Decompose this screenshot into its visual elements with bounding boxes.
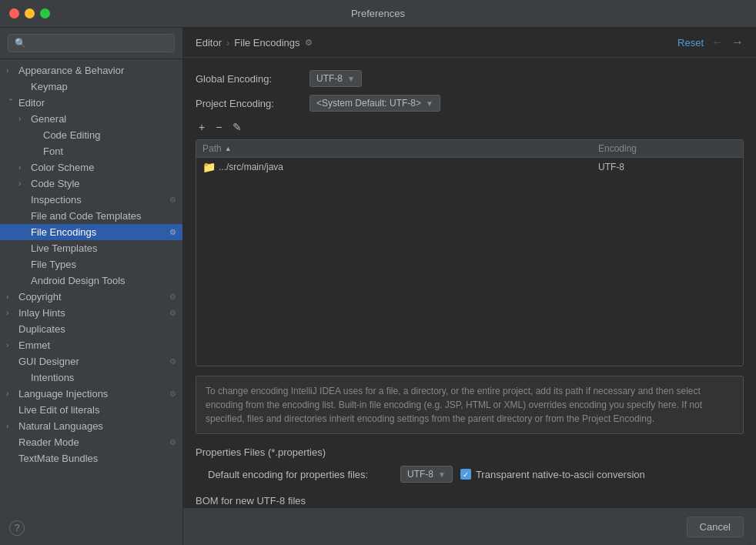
transparent-checkbox[interactable]: ✓ <box>460 469 471 480</box>
dropdown-arrow-icon: ▼ <box>347 75 355 83</box>
path-header-label: Path <box>202 143 222 154</box>
window-title: Preferences <box>351 8 405 19</box>
sidebar-item-textmate-bundles[interactable]: › TextMate Bundles <box>0 450 182 466</box>
path-value: .../src/main/java <box>219 162 283 172</box>
search-input[interactable] <box>8 34 175 52</box>
sidebar-item-android-design-tools[interactable]: › Android Design Tools <box>0 272 182 289</box>
project-encoding-row: Project Encoding: <System Default: UTF-8… <box>196 95 744 112</box>
default-encoding-label: Default encoding for properties files: <box>208 469 393 480</box>
nav-forward-button[interactable]: → <box>731 35 744 49</box>
sidebar-item-label: Duplicates <box>18 323 65 335</box>
project-encoding-label: Project Encoding: <box>196 98 303 109</box>
remove-button[interactable]: − <box>212 119 225 135</box>
sidebar-item-file-encodings[interactable]: › File Encodings ⚙ <box>0 224 182 240</box>
sidebar-item-inspections[interactable]: › Inspections ⚙ <box>0 192 182 208</box>
reset-button[interactable]: Reset <box>677 37 704 48</box>
main-content: › Appearance & Behavior › Keymap › Edito… <box>0 28 756 545</box>
sidebar-item-label: Code Style <box>31 178 80 189</box>
sidebar-item-gui-designer[interactable]: › GUI Designer ⚙ <box>0 353 182 369</box>
sidebar-item-language-injections[interactable]: › Language Injections ⚙ <box>0 386 182 402</box>
info-text: To change encoding IntelliJ IDEA uses fo… <box>206 386 702 424</box>
panel-header: Editor › File Encodings ⚙ Reset ← → <box>183 28 756 58</box>
sidebar-item-label: Code Editing <box>43 129 100 141</box>
transparent-checkbox-row: ✓ Transparent native-to-ascii conversion <box>460 469 645 480</box>
sidebar-item-color-scheme[interactable]: › Color Scheme <box>0 159 182 176</box>
table-header: Path ▲ Encoding <box>196 140 743 158</box>
path-header-cell[interactable]: Path ▲ <box>202 143 598 154</box>
sidebar-item-label: Inspections <box>31 194 82 206</box>
sidebar-item-label: Keymap <box>31 81 68 92</box>
chevron-right-icon: › <box>18 115 28 123</box>
sidebar-item-copyright[interactable]: › Copyright ⚙ <box>0 289 182 305</box>
global-encoding-row: Global Encoding: UTF-8 ▼ <box>196 70 744 87</box>
bom-section-title: BOM for new UTF-8 files <box>196 495 744 507</box>
sidebar-item-intentions[interactable]: › Intentions <box>0 369 182 386</box>
table-toolbar: + − ✎ <box>196 119 744 135</box>
search-box[interactable] <box>0 28 182 59</box>
sidebar-item-general[interactable]: › General <box>0 111 182 127</box>
sidebar-item-label: Live Edit of literals <box>18 404 100 416</box>
edit-button[interactable]: ✎ <box>229 119 245 135</box>
table-body: 📁 .../src/main/java UTF-8 <box>196 158 743 273</box>
sidebar-item-label: Color Scheme <box>31 162 94 173</box>
sidebar-item-font[interactable]: › Font <box>0 143 182 159</box>
sidebar-item-inlay-hints[interactable]: › Inlay Hints ⚙ <box>0 305 182 321</box>
settings-icon: ⚙ <box>169 438 176 446</box>
sidebar-item-live-edit[interactable]: › Live Edit of literals <box>0 402 182 418</box>
settings-icon: ⚙ <box>169 390 176 398</box>
sidebar-item-natural-languages[interactable]: › Natural Languages <box>0 418 182 434</box>
sidebar-item-file-code-templates[interactable]: › File and Code Templates <box>0 208 182 224</box>
sidebar-item-label: Appearance & Behavior <box>18 65 124 76</box>
sidebar-item-live-templates[interactable]: › Live Templates <box>0 240 182 256</box>
project-encoding-select[interactable]: <System Default: UTF-8> ▼ <box>309 95 440 112</box>
titlebar: Preferences <box>0 0 756 28</box>
chevron-right-icon: › <box>6 293 15 301</box>
sidebar-item-code-style[interactable]: › Code Style <box>0 176 182 192</box>
minimize-button[interactable] <box>25 8 35 18</box>
encoding-header-cell[interactable]: Encoding <box>598 143 737 154</box>
settings-icon: ⚙ <box>169 228 176 236</box>
sidebar-item-editor[interactable]: › Editor <box>0 95 182 111</box>
bom-section: BOM for new UTF-8 files Create UTF-8 fil… <box>196 495 744 508</box>
chevron-right-icon: › <box>6 66 15 75</box>
close-button[interactable] <box>9 8 19 18</box>
breadcrumb-parent: Editor <box>196 37 222 48</box>
transparent-label: Transparent native-to-ascii conversion <box>476 469 645 480</box>
chevron-right-icon: › <box>6 422 15 430</box>
cancel-button[interactable]: Cancel <box>687 517 744 537</box>
panel-body: Global Encoding: UTF-8 ▼ Project Encodin… <box>183 58 756 508</box>
sidebar-tree: › Appearance & Behavior › Keymap › Edito… <box>0 59 182 545</box>
settings-icon: ⚙ <box>305 38 313 48</box>
dropdown-arrow-icon: ▼ <box>438 470 446 479</box>
path-encoding-table: Path ▲ Encoding 📁 .../src/main/java <box>196 139 744 366</box>
sidebar-item-label: General <box>31 113 66 125</box>
maximize-button[interactable] <box>40 8 50 18</box>
encoding-cell: UTF-8 <box>598 161 737 173</box>
sidebar-item-label: Emmet <box>18 339 50 351</box>
nav-back-button[interactable]: ← <box>711 35 724 49</box>
sidebar-item-label: Intentions <box>31 372 74 383</box>
sidebar-item-file-types[interactable]: › File Types <box>0 256 182 272</box>
sort-asc-icon: ▲ <box>225 145 232 152</box>
sidebar-item-keymap[interactable]: › Keymap <box>0 79 182 95</box>
global-encoding-label: Global Encoding: <box>196 73 303 85</box>
sidebar-item-appearance[interactable]: › Appearance & Behavior <box>0 62 182 79</box>
default-encoding-select[interactable]: UTF-8 ▼ <box>400 466 453 483</box>
chevron-right-icon: › <box>6 309 15 317</box>
sidebar-item-emmet[interactable]: › Emmet <box>0 337 182 353</box>
folder-icon: 📁 <box>202 161 216 173</box>
footer: Cancel <box>183 508 756 545</box>
sidebar-item-label: File Types <box>31 259 76 270</box>
table-row[interactable]: 📁 .../src/main/java UTF-8 <box>196 158 743 176</box>
sidebar-item-duplicates[interactable]: › Duplicates <box>0 321 182 337</box>
sidebar-item-reader-mode[interactable]: › Reader Mode ⚙ <box>0 434 182 450</box>
right-panel: Editor › File Encodings ⚙ Reset ← → Glob… <box>183 28 756 545</box>
sidebar-item-code-editing[interactable]: › Code Editing <box>0 127 182 143</box>
sidebar-item-label: Natural Languages <box>18 420 103 432</box>
add-button[interactable]: + <box>196 119 208 135</box>
sidebar-item-label: Copyright <box>18 291 62 303</box>
global-encoding-value: UTF-8 <box>316 73 343 84</box>
sidebar-item-label: Inlay Hints <box>18 307 65 319</box>
global-encoding-select[interactable]: UTF-8 ▼ <box>309 70 362 87</box>
help-button[interactable]: ? <box>9 520 25 536</box>
